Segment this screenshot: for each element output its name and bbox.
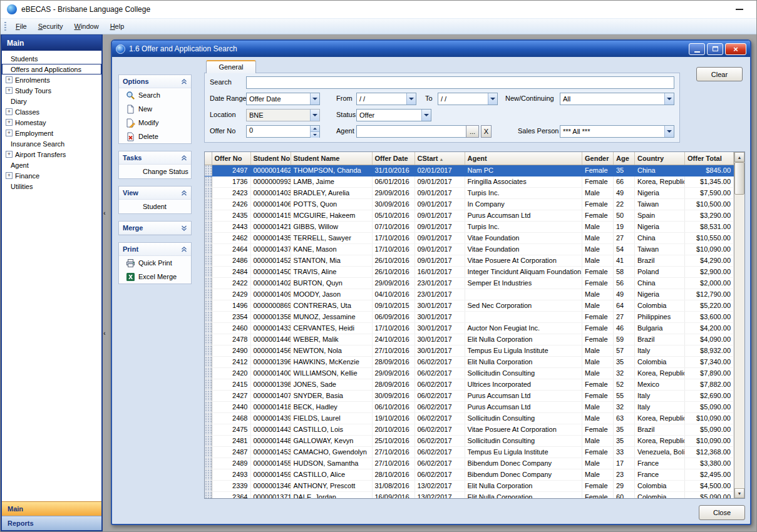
table-row[interactable]: 17360000000993LAMB, Jaime06/01/201609/01… [205,176,734,187]
sidebar-item-students[interactable]: Students [2,53,101,64]
spin-down-icon[interactable] [311,132,319,138]
expand-plus-icon[interactable]: + [6,130,13,136]
close-button[interactable]: Close [699,505,745,520]
table-row[interactable]: 24890000001455HUDSON, Samantha27/10/2016… [205,458,734,469]
sidebar-item-utilities[interactable]: Utilities [2,181,101,192]
panel-header-options[interactable]: Options [119,75,191,88]
column-header-cstart[interactable]: CStart▲ [415,152,465,165]
nav-button-main[interactable]: Main [2,501,101,516]
sidebar-item-enrolments[interactable]: +Enrolments [2,74,101,85]
panel-item-delete[interactable]: Delete [119,130,191,143]
panel-item-quick-print[interactable]: Quick Print [119,256,191,270]
spin-up-icon[interactable] [311,126,319,132]
column-header-country[interactable]: Country [635,152,685,165]
menu-file[interactable]: File [10,20,33,33]
to-date-select[interactable]: / / [438,93,498,105]
panel-header-print[interactable]: Print [119,243,191,256]
table-row[interactable]: 24230000001403BRADLEY, Aurelia29/09/2016… [205,187,734,198]
scrollbar-thumb[interactable] [734,162,744,195]
table-row[interactable]: 14960000000869CONTRERAS, Uta09/10/201530… [205,300,734,311]
table-row[interactable]: 24260000001406POTTS, Quon30/09/201609/01… [205,198,734,210]
table-row[interactable]: 24970000001462THOMPSON, Chanda31/10/2016… [205,165,734,176]
table-row[interactable]: 24120000001396HAWKINS, McKenzie28/09/201… [205,356,734,367]
sidebar-item-diary[interactable]: Diary [2,96,101,106]
panel-item-search[interactable]: Search [119,88,191,102]
table-row[interactable]: 24900000001456NEWTON, Nola27/10/201630/0… [205,345,734,356]
table-row[interactable]: 23390000001346ANTHONY, Prescott31/08/201… [205,480,734,491]
expand-plus-icon[interactable]: + [6,172,13,179]
table-row[interactable]: 23640000001371DALE, Jordan16/09/201613/0… [205,491,734,498]
expand-plus-icon[interactable]: + [6,87,13,94]
menu-help[interactable]: Help [105,20,130,33]
expand-plus-icon[interactable]: + [6,108,13,115]
date-range-select[interactable]: Offer Date [246,93,320,105]
agent-input[interactable] [356,125,479,138]
sidebar-item-classes[interactable]: +Classes [2,106,101,117]
panel-header-merge[interactable]: Merge [119,222,191,235]
location-select[interactable]: BNE [246,109,320,121]
table-row[interactable]: 24680000001439FIELDS, Laurel19/10/201606… [205,412,734,424]
table-row[interactable]: 23540000001358MUNOZ, Jessamine06/09/2016… [205,311,734,322]
table-row[interactable]: 24220000001402BURTON, Quyn29/09/201623/0… [205,277,734,289]
table-row[interactable]: 24150000001398JONES, Sade28/09/201606/02… [205,379,734,390]
scroll-up-icon[interactable]: ▲ [734,152,744,162]
column-header-student-no[interactable]: Student No [250,152,291,165]
table-row[interactable]: 24640000001437KANE, Mason17/10/201609/01… [205,243,734,255]
column-header-offer-date[interactable]: Offer Date [372,152,415,165]
panel-item-excel-merge[interactable]: Excel Merge [119,270,191,284]
sidebar-item-offers-and-applications[interactable]: Offers and Applications [2,64,101,74]
panel-item-student[interactable]: Student [119,200,191,213]
offer-no-spinner[interactable]: 0 [246,125,320,138]
vertical-scrollbar[interactable]: ▲ ▼ [734,152,744,498]
panel-item-modify[interactable]: Modify [119,116,191,130]
column-header-agent[interactable]: Agent [465,152,582,165]
dialog-minimize-button[interactable] [689,43,705,55]
table-row[interactable]: 24600000001433CERVANTES, Heidi17/10/2016… [205,322,734,334]
column-header-student-name[interactable]: Student Name [291,152,372,165]
table-row[interactable]: 24780000001446WEBER, Malik24/10/201630/0… [205,334,734,345]
from-date-select[interactable]: / / [356,93,416,105]
expand-plus-icon[interactable]: + [6,76,13,83]
tab-general[interactable]: General [206,60,256,73]
nav-button-reports[interactable]: Reports [2,516,101,530]
menu-window[interactable]: Window [69,20,105,33]
table-row[interactable]: 24290000001409MOODY, Jason04/10/201623/0… [205,289,734,300]
column-header-offer-no[interactable]: Offer No [212,152,250,165]
new-continuing-select[interactable]: All [560,93,674,105]
minimize-button[interactable] [729,3,750,16]
agent-browse-button[interactable]: ... [466,125,479,138]
status-select[interactable]: Offer [356,109,431,121]
table-row[interactable]: 24810000001448GALLOWAY, Kevyn25/10/20160… [205,435,734,446]
menu-security[interactable]: Security [33,20,69,33]
sidebar-item-agent[interactable]: Agent [2,160,101,170]
table-row[interactable]: 24750000001443CASTILLO, Lois20/10/201606… [205,424,734,435]
table-row[interactable]: 24620000001435TERRELL, Sawyer17/10/20160… [205,232,734,243]
search-input[interactable] [246,76,674,89]
table-row[interactable]: 24840000001450TRAVIS, Aline26/10/201616/… [205,266,734,277]
table-row[interactable]: 24400000001418BECK, Hadley06/10/201606/0… [205,401,734,412]
column-header-gender[interactable]: Gender [582,152,614,165]
scrollbar-track[interactable] [734,162,744,488]
sidebar-item-insurance-search[interactable]: Insurance Search [2,138,101,149]
expand-plus-icon[interactable]: + [6,151,13,158]
sales-person-select[interactable]: *** All *** [560,125,674,138]
panel-item-change-status[interactable]: Change Status [119,165,191,178]
table-row[interactable]: 24350000001415MCGUIRE, Hakeem05/10/20160… [205,210,734,221]
sidebar-item-employment[interactable]: +Employment [2,128,101,138]
table-row[interactable]: 24860000001452STANTON, Mia26/10/201609/0… [205,255,734,266]
sidebar-item-homestay[interactable]: +Homestay [2,117,101,128]
table-row[interactable]: 24430000001421GIBBS, Willow07/10/201609/… [205,221,734,232]
panel-item-new[interactable]: New [119,102,191,116]
splitter-collapse-icon[interactable]: ‹ [103,210,108,216]
table-row[interactable]: 24270000001407SNYDER, Basia30/09/201606/… [205,390,734,401]
table-row[interactable]: 24870000001453CAMACHO, Gwendolyn27/10/20… [205,446,734,458]
column-header-offer-total[interactable]: Offer Total [685,152,734,165]
table-row[interactable]: 24200000001400WILLIAMSON, Kellie29/09/20… [205,367,734,379]
panel-header-tasks[interactable]: Tasks [119,151,191,165]
scroll-down-icon[interactable]: ▼ [734,488,744,498]
sidebar-item-airport-transfers[interactable]: +Airport Transfers [2,149,101,160]
column-header-age[interactable]: Age [614,152,635,165]
sidebar-item-finance[interactable]: +Finance [2,170,101,181]
sidebar-item-study-tours[interactable]: +Study Tours [2,85,101,96]
table-row[interactable]: 24930000001459CASTILLO, Alice28/10/20160… [205,469,734,480]
